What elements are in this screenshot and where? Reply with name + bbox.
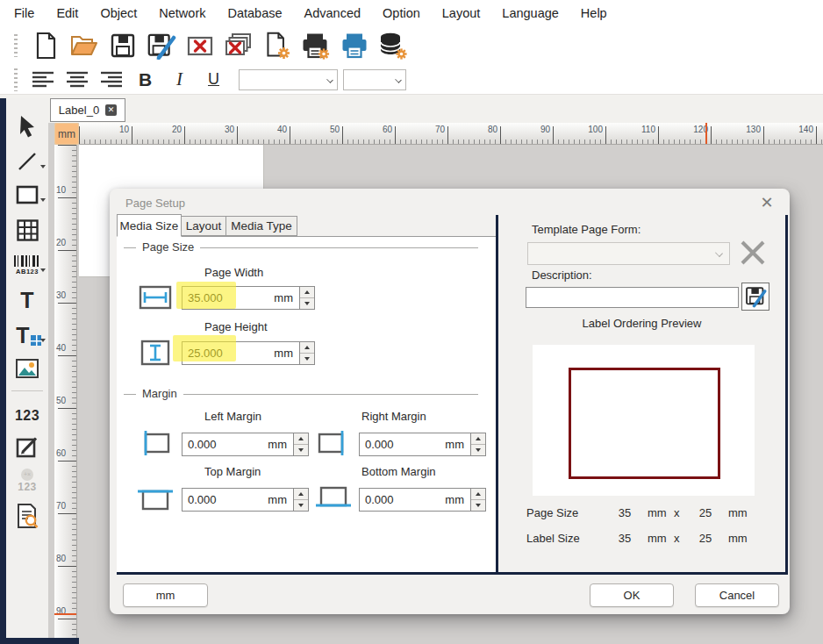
text-tool-icon: T: [20, 290, 33, 311]
align-center-button[interactable]: [62, 68, 91, 92]
right-margin-spinner[interactable]: [470, 433, 486, 456]
database-setup-icon: [378, 32, 408, 61]
database-setup-button[interactable]: [376, 30, 409, 62]
cursor-arrow-icon: [16, 114, 39, 139]
cancel-button[interactable]: Cancel: [695, 583, 779, 607]
ruler-number: 140: [784, 125, 813, 134]
label-size-summary-row: Label Size 35 mm x 25 mm: [498, 532, 785, 546]
printer-setup-icon: [301, 32, 331, 61]
toolbar-grip[interactable]: [14, 34, 18, 57]
print-icon: [340, 32, 369, 60]
serial-number-icon: 123: [15, 408, 39, 424]
rectangle-tool[interactable]: [6, 179, 48, 211]
select-tool[interactable]: [6, 111, 48, 142]
tab-label-0[interactable]: Label_0 ✕: [50, 98, 125, 122]
line-tool[interactable]: [6, 146, 48, 177]
top-margin-spinner[interactable]: [293, 488, 309, 512]
bottom-margin-field[interactable]: 0.000 mm: [359, 488, 471, 512]
save-as-button[interactable]: [145, 30, 177, 62]
menu-object[interactable]: Object: [97, 3, 140, 24]
page-width-spinner[interactable]: [299, 286, 315, 310]
ruler-number: 100: [573, 125, 603, 134]
close-all-button[interactable]: [222, 30, 254, 62]
rich-text-icon: T: [16, 325, 29, 347]
table-tool[interactable]: [6, 214, 48, 246]
text-tool[interactable]: T: [6, 284, 48, 316]
dropdown-arrow-icon: [40, 339, 46, 342]
left-margin-spinner[interactable]: [293, 433, 309, 456]
rich-text-tool[interactable]: T: [6, 319, 48, 351]
clear-template-icon[interactable]: [735, 235, 770, 270]
description-input[interactable]: [526, 287, 739, 308]
image-tool[interactable]: [6, 353, 48, 384]
barcode-tool[interactable]: AB123: [6, 249, 48, 281]
bottom-margin-spinner[interactable]: [470, 488, 486, 512]
tab-layout[interactable]: Layout: [181, 216, 226, 236]
align-right-button[interactable]: [97, 68, 125, 92]
align-left-button[interactable]: [28, 68, 57, 92]
chevron-down-icon: [715, 249, 723, 257]
document-search-icon: [15, 503, 39, 529]
panel-right-border: [785, 215, 788, 575]
ok-button[interactable]: OK: [590, 583, 674, 607]
menu-layout[interactable]: Layout: [440, 3, 483, 24]
new-document-button[interactable]: [29, 30, 61, 62]
menu-option[interactable]: Option: [380, 3, 423, 24]
template-form-select[interactable]: [527, 242, 730, 265]
cancel-label: Cancel: [719, 589, 755, 602]
font-size-select[interactable]: [343, 69, 406, 90]
italic-button[interactable]: I: [165, 68, 194, 92]
dialog-close-icon[interactable]: ✕: [756, 193, 777, 214]
save-button[interactable]: [106, 30, 139, 62]
bottom-margin-icon: [314, 484, 353, 512]
menu-database[interactable]: Database: [225, 3, 284, 24]
v-ruler-marker: [54, 613, 76, 615]
summary-unit: mm: [648, 506, 667, 519]
save-template-button[interactable]: [741, 283, 769, 311]
right-margin-field[interactable]: 0.000 mm: [359, 433, 471, 456]
page-size-summary-row: Page Size 35 mm x 25 mm: [498, 506, 785, 520]
serial-number-tool[interactable]: 123: [6, 400, 48, 432]
unit-toggle-button[interactable]: mm: [123, 583, 208, 607]
top-margin-value: 0.000: [188, 493, 217, 506]
dropdown-arrow-icon: [40, 165, 46, 168]
toolbar-grip[interactable]: [14, 68, 18, 91]
printer-setup-button[interactable]: [299, 30, 332, 62]
document-search-tool[interactable]: [6, 500, 48, 532]
page-height-label: Page Height: [204, 320, 268, 333]
tab-close-icon[interactable]: ✕: [105, 104, 117, 116]
bold-button[interactable]: B: [131, 68, 160, 92]
label-ordering-preview: [533, 345, 755, 496]
menu-help[interactable]: Help: [578, 3, 610, 24]
print-button[interactable]: [338, 30, 370, 62]
edit-data-tool[interactable]: [6, 432, 48, 463]
dropdown-arrow-icon: [40, 198, 46, 202]
tab-media-size[interactable]: Media Size: [117, 214, 182, 237]
ruler-number: 60: [56, 448, 66, 458]
preview-title: Label Ordering Preview: [498, 317, 785, 330]
media-size-panel: Page Size Page Width 35.000 mm Page Heig…: [117, 236, 496, 572]
menu-language[interactable]: Language: [499, 3, 562, 24]
summary-unit: mm: [728, 506, 748, 519]
menu-network[interactable]: Network: [156, 3, 208, 24]
ruler-unit-button[interactable]: mm: [54, 123, 79, 145]
open-button[interactable]: [68, 30, 100, 62]
close-label-button[interactable]: [183, 30, 216, 62]
left-margin-field[interactable]: 0.000 mm: [182, 433, 294, 456]
label-setup-button[interactable]: [261, 30, 293, 62]
bottom-margin-value: 0.000: [365, 493, 394, 506]
tab-media-type[interactable]: Media Type: [225, 216, 297, 236]
rectangle-icon: [15, 183, 39, 206]
ruler-number: 120: [678, 125, 708, 134]
underline-button[interactable]: U: [199, 68, 228, 92]
align-right-icon: [99, 69, 124, 90]
menu-edit[interactable]: Edit: [54, 3, 81, 24]
bottom-margin-label: Bottom Margin: [361, 465, 436, 478]
menu-advanced[interactable]: Advanced: [302, 3, 364, 24]
top-margin-field[interactable]: 0.000 mm: [182, 488, 294, 512]
page-height-spinner[interactable]: [299, 341, 315, 365]
main-toolbar: [0, 26, 823, 65]
font-family-select[interactable]: [239, 69, 338, 90]
menu-file[interactable]: File: [11, 3, 37, 24]
margin-group: Margin: [124, 394, 478, 395]
